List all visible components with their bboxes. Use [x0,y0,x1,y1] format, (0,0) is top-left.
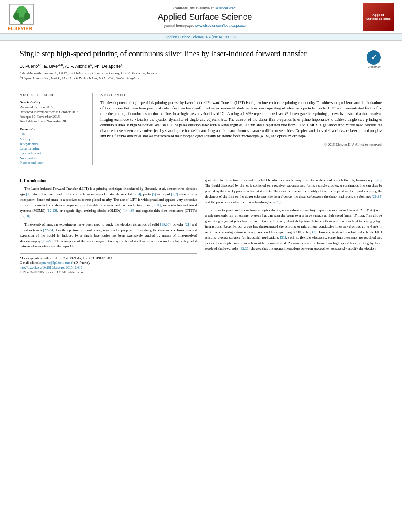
article-info-bar: Applied Surface Science 374 (2016) 183–1… [0,34,402,41]
abstract-heading: ABSTRACT [100,93,382,97]
issn-line: 0169-4332/© 2015 Elsevier B.V. All right… [20,270,197,274]
article-history-heading: Article history: [20,100,87,104]
ref-25-link[interactable]: [25] [376,178,382,182]
keyword-multijets: Multi-jets [20,137,87,141]
author-delaporte: Ph. Delaporte [94,64,121,69]
abstract-text: The development of high-speed ink printi… [100,100,382,139]
ref-1-link[interactable]: [1] [26,192,30,196]
section-divider [20,172,382,172]
ref-25-27-link[interactable]: [25–27] [41,239,53,243]
ref-28-29-link[interactable]: [28,29] [372,195,382,198]
affiliation-a: ᵃ Aix-Marseille University, CNRS, LP3 la… [20,71,359,76]
journal-logo-area: Applied Surface Science [355,3,394,31]
crossmark-label: CrossMark [367,65,382,68]
article-header: Single step high-speed printing of conti… [20,48,382,81]
footnote-email-label: E-mail address: [20,261,41,265]
available-date: Available online 4 November 2015 [20,119,87,123]
svg-point-3 [13,12,19,19]
ref-17-18-link[interactable]: [17,18] [20,214,30,218]
ref-2-4-link[interactable]: [2–4] [133,192,141,196]
article-info-col: ARTICLE INFO Article history: Received 2… [20,93,93,165]
elsevier-tree-icon [8,4,35,25]
logo-line2: Surface Science [366,17,391,21]
keyword-laser-printing: Laser printing [20,146,87,150]
main-content: Single step high-speed printing of conti… [0,41,402,282]
author-alloncle: A.-P. Alloncle [65,64,90,69]
article-info-heading: ARTICLE INFO [20,93,87,97]
keyword-jet-dynamics: Jet dynamics [20,142,87,146]
ref-6-7-link[interactable]: [6,7] [171,192,178,196]
article-citation-link[interactable]: Applied Surface Science 374 (2016) 183–1… [165,35,237,39]
keyword-nanoparticles: Nanoparticles [20,156,87,160]
article-info-abstract-section: ARTICLE INFO Article history: Received 2… [20,87,382,165]
ref-22-24-link[interactable]: [22–24] [43,228,54,232]
intro-para-1: The Laser-Induced Forward Transfer (LIFT… [20,186,197,219]
crossmark-icon: ✓ [367,50,381,65]
ref-19-20-link[interactable]: [19,20] [160,222,171,226]
footnote-area: * Corresponding author. Tel.: +33 491829… [20,253,197,274]
authors-line: D. Puertoa,*, E. Bivera,b, A.-P. Alloncl… [20,63,359,69]
ref-21-link[interactable]: [21] [185,222,191,226]
ref-14-16-link[interactable]: [14–16] [123,209,134,213]
keyword-conductive-ink: Conductive ink [20,151,87,155]
footnote-email-line: E-mail address: puerto@lp3.univ-mrs.fr (… [20,261,197,265]
journal-homepage-line: journal homepage: www.elsevier.com/locat… [63,24,347,28]
keyword-picosecond: Picosecond laser [20,161,87,165]
page-header: ELSEVIER Contents lists available at Sci… [0,0,402,34]
svg-point-4 [24,12,30,19]
logo-line1: Applied [372,13,384,17]
crossmark-area[interactable]: ✓ CrossMark [367,50,382,66]
contents-available-line: Contents lists available at ScienceDirec… [63,6,347,10]
journal-title: Applied Surface Science [63,12,347,22]
elsevier-logo: ELSEVIER [8,4,55,31]
ref-32-33-link[interactable]: [32,33] [239,247,249,250]
ref-31-link[interactable]: [31] [280,235,286,239]
page-wrapper: ELSEVIER Contents lists available at Sci… [0,0,402,532]
footnote-email-name: (D. Puerto). [74,261,90,265]
journal-logo-box: Applied Surface Science [363,3,394,31]
author-text: D. Puerto [20,64,38,69]
author-biver: E. Biver [44,64,59,69]
keywords-label: Keywords: [20,127,87,131]
body-left-col: 1. Introduction The Laser-Induced Forwar… [20,178,197,274]
ref-12-13-link[interactable]: [12,13] [47,209,57,213]
affiliations: ᵃ Aix-Marseille University, CNRS, LP3 la… [20,71,359,81]
header-center: Contents lists available at ScienceDirec… [55,6,355,28]
keyword-lift: LIFT [20,132,87,136]
right-para-1: generates the formation of a cavitation … [205,178,382,205]
ref-5-link[interactable]: [5] [152,192,156,196]
footnote-email-link[interactable]: puerto@lp3.univ-mrs.fr [41,261,73,265]
ref-9-link[interactable]: [9] [276,200,281,204]
elsevier-logo-area: ELSEVIER [8,4,55,31]
received-date: Received 23 June 2015 [20,105,87,109]
ref-8-11-link[interactable]: [8–11] [151,203,161,207]
body-right-col: generates the formation of a cavitation … [205,178,382,274]
section1-title: 1. Introduction [20,178,197,184]
journal-homepage-link[interactable]: www.elsevier.com/locate/apsusc [195,24,246,28]
ref-30-link[interactable]: [30] [310,230,316,234]
revised-date: Received in revised form 6 October 2015 [20,110,87,114]
affiliation-b: ᵇ Oxford Lasers Ltd., Unit B, Moorbrook … [20,76,359,81]
copyright-line: © 2015 Elsevier B.V. All rights reserved… [100,143,382,146]
keywords-section: Keywords: LIFT Multi-jets Jet dynamics L… [20,127,87,165]
intro-para-2: Time-resolved imaging experiments have b… [20,222,197,250]
accepted-date: Accepted 3 November 2015 [20,115,87,119]
elsevier-label: ELSEVIER [8,26,32,31]
right-para-2: In order to print continuous lines at hi… [205,208,382,252]
body-two-col: 1. Introduction The Laser-Induced Forwar… [20,178,382,274]
sciencedirect-link[interactable]: ScienceDirect [215,6,237,10]
doi-link[interactable]: http://dx.doi.org/10.1016/j.apsusc.2015.… [20,265,82,269]
footnote-corresponding: * Corresponding author. Tel.: +33 491829… [20,256,197,261]
abstract-col: ABSTRACT The development of high-speed i… [100,93,382,165]
article-title-block: Single step high-speed printing of conti… [20,48,359,81]
article-title: Single step high-speed printing of conti… [20,48,359,59]
